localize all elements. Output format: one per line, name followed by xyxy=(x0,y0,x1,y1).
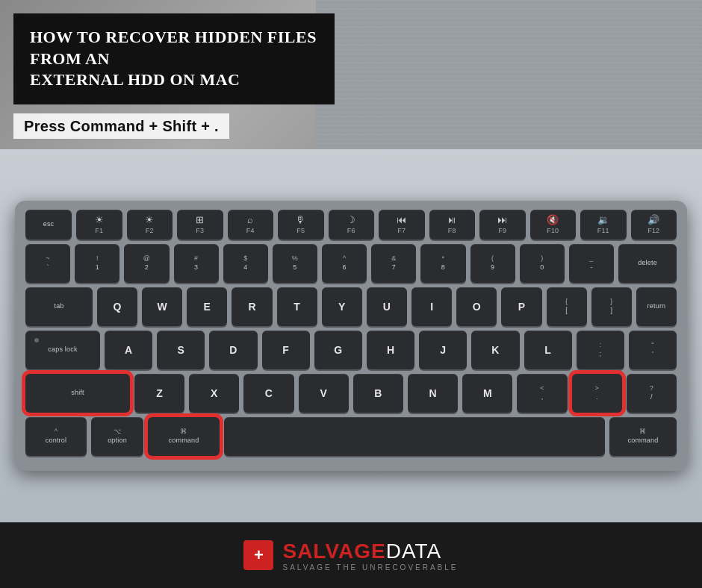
key-8: * 8 xyxy=(420,244,465,283)
key-comma: < , xyxy=(517,374,567,413)
key-d: D xyxy=(209,331,257,369)
key-f8: ⏯ F8 xyxy=(429,210,476,240)
key-tilde: ~ ` xyxy=(25,244,70,283)
subtitle-text: Press Command + Shift + . xyxy=(13,113,229,139)
keyboard: esc ☀ F1 ☀ F2 ⊞ F3 ⌕ F4 xyxy=(15,201,687,471)
key-n: N xyxy=(408,374,458,413)
key-p: P xyxy=(501,287,541,326)
key-5: % 5 xyxy=(273,244,317,283)
key-shift-left: shift xyxy=(25,374,130,413)
key-1: ! 1 xyxy=(75,244,119,283)
key-r: R xyxy=(232,287,272,326)
key-f11: 🔉 F11 xyxy=(580,210,627,240)
key-v: V xyxy=(299,374,349,413)
key-e: E xyxy=(187,287,227,326)
key-f: F xyxy=(262,331,310,369)
key-option: ⌥ option xyxy=(91,417,143,456)
key-f6: ☽ F6 xyxy=(329,210,375,240)
brand-tagline: Salvage the Unrecoverable xyxy=(282,563,458,572)
key-h: H xyxy=(367,331,414,369)
title-box: How to recover hidden files from an exte… xyxy=(13,13,335,104)
key-f12: 🔊 F12 xyxy=(631,210,677,240)
key-bracket-close: } ] xyxy=(591,287,632,326)
key-tab: tab xyxy=(25,287,93,326)
key-f9: ⏭ F9 xyxy=(479,210,526,240)
key-f1: ☀ F1 xyxy=(76,210,122,240)
qwerty-row: tab Q W E R T Y U I O P { [ } ] xyxy=(25,287,677,326)
number-row: ~ ` ! 1 @ 2 # 3 $ 4 xyxy=(25,244,677,283)
key-spacebar xyxy=(224,417,605,456)
key-f2: ☀ F2 xyxy=(127,210,173,240)
key-slash: ? / xyxy=(627,374,677,413)
key-w: W xyxy=(142,287,182,326)
brand-bar: + SALVAGE DATA Salvage the Unrecoverable xyxy=(0,522,702,588)
key-semicolon: : ; xyxy=(577,331,624,369)
fn-key-row: esc ☀ F1 ☀ F2 ⊞ F3 ⌕ F4 xyxy=(25,210,677,240)
key-u: U xyxy=(367,287,407,326)
key-bracket-open: { [ xyxy=(547,287,587,326)
key-g: G xyxy=(314,331,362,369)
key-delete: delete xyxy=(618,244,677,283)
key-minus: _ - xyxy=(569,244,614,283)
key-period: > . xyxy=(572,374,622,413)
brand-icon: + xyxy=(243,540,273,570)
subtitle-bar: Press Command + Shift + . xyxy=(13,118,229,135)
key-x: X xyxy=(189,374,239,413)
key-i: I xyxy=(411,287,452,326)
key-9: ( 9 xyxy=(470,244,515,283)
keyboard-wrapper: esc ☀ F1 ☀ F2 ⊞ F3 ⌕ F4 xyxy=(0,149,702,522)
key-l: L xyxy=(524,331,572,369)
page-title: How to recover hidden files from an exte… xyxy=(30,27,318,91)
brand-text: SALVAGE DATA Salvage the Unrecoverable xyxy=(282,539,458,572)
brand-name: SALVAGE DATA xyxy=(282,539,458,563)
modifier-row: ^ control ⌥ option ⌘ command ⌘ command xyxy=(25,417,677,456)
key-a: A xyxy=(105,331,152,369)
key-3: # 3 xyxy=(174,244,219,283)
brand-data: DATA xyxy=(386,539,442,563)
key-7: & 7 xyxy=(371,244,416,283)
key-command-left: ⌘ command xyxy=(148,417,220,456)
key-s: S xyxy=(157,331,205,369)
key-f5: 🎙 F5 xyxy=(278,210,324,240)
key-esc: esc xyxy=(25,210,72,240)
key-command-right: ⌘ command xyxy=(609,417,677,456)
asdf-row: caps lock A S D F G H J K L : ; " ' xyxy=(25,331,677,369)
key-2: @ 2 xyxy=(124,244,169,283)
key-quote: " ' xyxy=(629,331,677,369)
key-6: ^ 6 xyxy=(322,244,367,283)
brand-salvage: SALVAGE xyxy=(282,539,385,563)
key-c: C xyxy=(243,374,293,413)
key-f10: 🔇 F10 xyxy=(530,210,577,240)
key-b: B xyxy=(353,374,403,413)
key-return: return xyxy=(636,287,677,326)
key-0: ) 0 xyxy=(520,244,565,283)
key-m: M xyxy=(462,374,512,413)
key-f3: ⊞ F3 xyxy=(177,210,223,240)
key-q: Q xyxy=(97,287,137,326)
main-container: How to recover hidden files from an exte… xyxy=(0,0,702,588)
caps-indicator xyxy=(34,338,39,343)
zxcv-row: shift Z X C V B N M < , > . ? xyxy=(25,374,677,413)
key-y: Y xyxy=(322,287,362,326)
key-o: O xyxy=(456,287,497,326)
key-4: $ 4 xyxy=(223,244,268,283)
key-f7: ⏮ F7 xyxy=(379,210,425,240)
key-t: T xyxy=(277,287,317,326)
key-f4: ⌕ F4 xyxy=(228,210,274,240)
key-k: K xyxy=(471,331,519,369)
key-j: J xyxy=(419,331,467,369)
key-caps-lock: caps lock xyxy=(25,331,100,369)
key-z: Z xyxy=(134,374,184,413)
key-control: ^ control xyxy=(25,417,87,456)
